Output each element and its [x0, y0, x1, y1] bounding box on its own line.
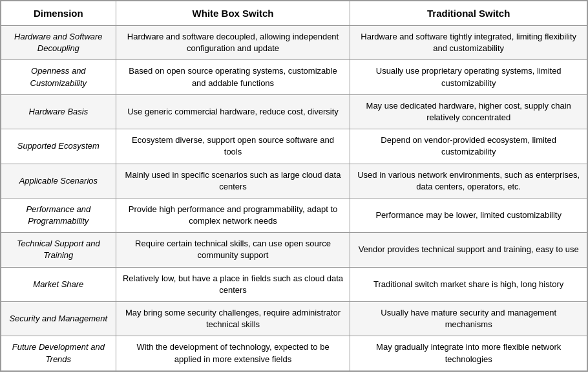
cell-dimension: Security and Management — [1, 302, 116, 336]
cell-dimension: Market Share — [1, 267, 116, 301]
cell-traditional: May gradually integrate into more flexib… — [350, 336, 587, 370]
cell-whitebox: With the development of technology, expe… — [116, 336, 350, 370]
cell-traditional: Usually use proprietary operating system… — [350, 60, 587, 94]
cell-whitebox: Relatively low, but have a place in fiel… — [116, 267, 350, 301]
cell-whitebox: Use generic commercial hardware, reduce … — [116, 94, 350, 129]
cell-whitebox: Ecosystem diverse, support open source s… — [116, 129, 350, 164]
cell-dimension: Hardware Basis — [1, 94, 116, 129]
cell-traditional: Used in various network environments, su… — [350, 164, 587, 198]
cell-dimension: Supported Ecosystem — [1, 129, 116, 164]
cell-traditional: Traditional switch market share is high,… — [350, 267, 587, 301]
cell-traditional: May use dedicated hardware, higher cost,… — [350, 94, 587, 129]
table-row: Future Development and TrendsWith the de… — [1, 336, 587, 370]
comparison-table-container: Dimension White Box Switch Traditional S… — [0, 0, 588, 372]
cell-whitebox: Mainly used in specific scenarios such a… — [116, 164, 350, 198]
cell-whitebox: Based on open source operating systems, … — [116, 60, 350, 94]
cell-traditional: Hardware and software tightly integrated… — [350, 26, 587, 60]
cell-traditional: Performance may be lower, limited custom… — [350, 198, 587, 232]
table-row: Security and ManagementMay bring some se… — [1, 302, 587, 336]
cell-whitebox: Require certain technical skills, can us… — [116, 233, 350, 267]
cell-dimension: Technical Support and Training — [1, 233, 116, 267]
cell-whitebox: May bring some security challenges, requ… — [116, 302, 350, 336]
table-row: Hardware BasisUse generic commercial har… — [1, 94, 587, 129]
table-row: Performance and ProgrammabilityProvide h… — [1, 198, 587, 232]
table-row: Hardware and Software DecouplingHardware… — [1, 26, 587, 60]
cell-dimension: Applicable Scenarios — [1, 164, 116, 198]
header-traditional: Traditional Switch — [350, 1, 587, 26]
cell-traditional: Depend on vendor-provided ecosystem, lim… — [350, 129, 587, 164]
cell-whitebox: Provide high performance and programmabi… — [116, 198, 350, 232]
cell-dimension: Performance and Programmability — [1, 198, 116, 232]
header-dimension: Dimension — [1, 1, 116, 26]
header-whitebox: White Box Switch — [116, 1, 350, 26]
table-row: Supported EcosystemEcosystem diverse, su… — [1, 129, 587, 164]
table-row: Applicable ScenariosMainly used in speci… — [1, 164, 587, 198]
cell-whitebox: Hardware and software decoupled, allowin… — [116, 26, 350, 60]
cell-dimension: Future Development and Trends — [1, 336, 116, 370]
table-row: Market ShareRelatively low, but have a p… — [1, 267, 587, 301]
cell-dimension: Hardware and Software Decoupling — [1, 26, 116, 60]
table-row: Openness and CustomizabilityBased on ope… — [1, 60, 587, 94]
cell-traditional: Usually have mature security and managem… — [350, 302, 587, 336]
comparison-table: Dimension White Box Switch Traditional S… — [1, 1, 587, 371]
cell-dimension: Openness and Customizability — [1, 60, 116, 94]
header-row: Dimension White Box Switch Traditional S… — [1, 1, 587, 26]
cell-traditional: Vendor provides technical support and tr… — [350, 233, 587, 267]
table-row: Technical Support and TrainingRequire ce… — [1, 233, 587, 267]
